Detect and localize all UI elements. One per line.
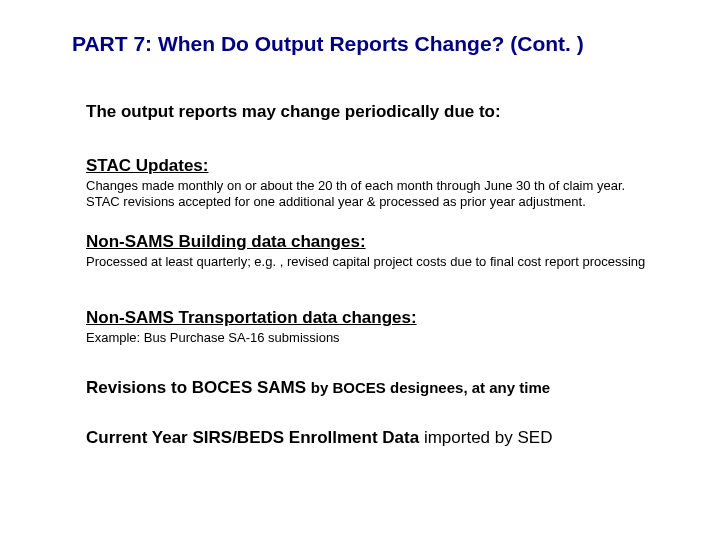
line-bold: Revisions to BOCES SAMS — [86, 378, 311, 397]
section-building: Non-SAMS Building data changes: Processe… — [86, 232, 646, 270]
section-heading: STAC Updates: — [86, 156, 646, 176]
section-heading: Non-SAMS Building data changes: — [86, 232, 646, 252]
section-transportation: Non-SAMS Transportation data changes: Ex… — [86, 308, 646, 346]
line-sirs: Current Year SIRS/BEDS Enrollment Data i… — [86, 428, 666, 448]
line-boces: Revisions to BOCES SAMS by BOCES designe… — [86, 378, 666, 398]
section-heading: Non-SAMS Transportation data changes: — [86, 308, 646, 328]
slide-title: PART 7: When Do Output Reports Change? (… — [72, 32, 584, 56]
intro-line: The output reports may change periodical… — [86, 102, 501, 122]
line-bold: Current Year SIRS/BEDS Enrollment Data — [86, 428, 424, 447]
section-body: Changes made monthly on or about the 20 … — [86, 178, 646, 211]
line-rest: imported by SED — [424, 428, 553, 447]
section-body: Processed at least quarterly; e.g. , rev… — [86, 254, 646, 270]
line-rest: by BOCES designees, at any time — [311, 379, 550, 396]
section-stac: STAC Updates: Changes made monthly on or… — [86, 156, 646, 211]
slide: PART 7: When Do Output Reports Change? (… — [0, 0, 720, 540]
section-body: Example: Bus Purchase SA-16 submissions — [86, 330, 646, 346]
